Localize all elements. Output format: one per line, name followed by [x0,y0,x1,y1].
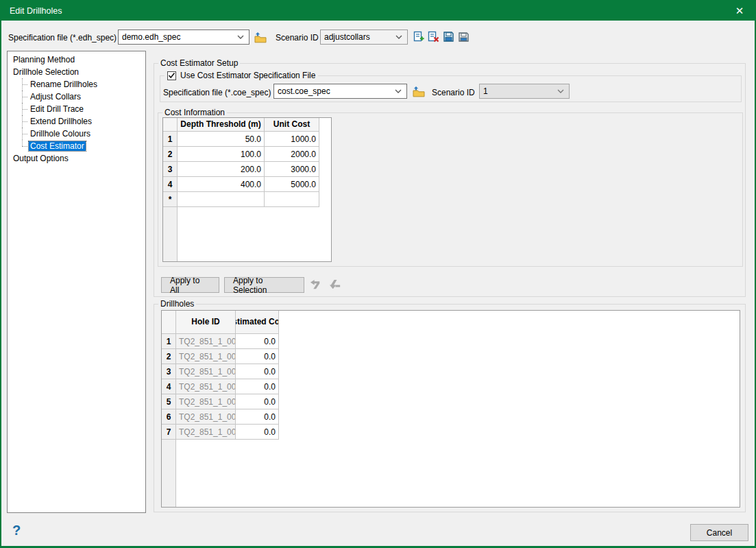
unit-cost-cell[interactable]: 3000.0 [265,162,319,177]
hole-id-cell[interactable]: TQ2_851_1_006 [176,409,236,425]
apply-to-selection-button[interactable]: Apply to Selection [224,277,304,293]
row-header[interactable]: 2 [162,349,176,364]
scenario-id-dropdown[interactable]: adjustcollars [320,29,408,45]
row-header[interactable]: 5 [162,394,176,409]
tree-item[interactable]: Planning Method [8,53,145,66]
browse-folder-icon[interactable] [253,30,267,44]
delete-scenario-icon[interactable] [428,31,439,43]
apply-up-arrow-icon[interactable] [309,278,323,291]
hole-id-cell[interactable]: TQ2_851_1_007 [176,425,236,440]
help-icon[interactable]: ? [12,523,21,538]
tree-item-label: Drillhole Selection [12,67,80,77]
estimated-cost-cell[interactable]: 0.0 [236,425,279,440]
table-row: 7 TQ2_851_1_007 0.0 [162,425,740,440]
table-row: 6 TQ2_851_1_006 0.0 [162,409,740,425]
estimated-cost-cell[interactable]: 0.0 [236,349,279,364]
depth-threshold-cell[interactable]: 200.0 [178,162,265,177]
add-scenario-icon[interactable] [413,31,425,43]
tree-item[interactable]: Cost Estimator [8,140,145,152]
depth-threshold-cell[interactable]: 100.0 [178,147,265,162]
row-header-strip [163,207,178,261]
row-header[interactable]: 6 [162,409,176,425]
tree-item[interactable]: Extend Drillholes [8,115,145,128]
table-row: 3 TQ2_851_1_003 0.0 [162,364,740,379]
apply-to-all-label: Apply to All [170,276,210,295]
cancel-button[interactable]: Cancel [690,524,748,541]
estimated-cost-cell[interactable]: 0.0 [236,394,279,409]
hole-id-cell[interactable]: TQ2_851_1_004 [176,379,236,394]
use-cost-estimator-caption: Use Cost Estimator Specification File [164,70,318,81]
coe-spec-file-value: cost.coe_spec [278,86,330,96]
spec-file-dropdown[interactable]: demo.edh_spec [118,29,249,45]
row-header[interactable]: 3 [163,162,178,177]
row-header[interactable]: 1 [162,334,176,349]
chevron-down-icon [390,89,406,93]
coe-spec-file-dropdown[interactable]: cost.coe_spec [273,84,407,99]
tree-item[interactable]: Edit Drill Trace [8,103,145,115]
table-header-row: Hole ID Estimated Cost [162,311,740,334]
hole-id-cell[interactable]: TQ2_851_1_002 [176,349,236,364]
table-row: * [163,192,331,207]
use-cost-estimator-checkbox[interactable] [167,71,176,80]
tree-item-label: Extend Drillholes [29,117,93,126]
chevron-down-icon [232,35,249,39]
row-header[interactable]: 1 [163,132,178,147]
save-as-icon[interactable] [458,31,470,43]
coe-scenario-id-label: Scenario ID [432,88,475,97]
table-row: 2 TQ2_851_1_002 0.0 [162,349,740,364]
table-row: 4 400.0 5000.0 [163,177,331,192]
apply-down-arrow-icon[interactable] [328,278,342,291]
hole-id-cell[interactable]: TQ2_851_1_005 [176,394,236,409]
estimated-cost-cell[interactable]: 0.0 [236,409,279,425]
depth-threshold-cell[interactable]: 400.0 [178,177,265,192]
row-header[interactable]: 7 [162,425,176,440]
group-title: Drillholes [158,299,196,309]
tree-connector [22,84,27,85]
coe-browse-folder-icon[interactable] [411,84,426,98]
unit-cost-header[interactable]: Unit Cost [265,118,319,132]
tree-item[interactable]: Output Options [8,152,145,165]
unit-cost-cell[interactable]: 5000.0 [265,177,319,192]
coe-scenario-id-value: 1 [483,86,488,96]
estimated-cost-header[interactable]: Estimated Cost [236,311,279,334]
close-icon[interactable]: ✕ [724,1,755,21]
row-header[interactable]: 4 [162,379,176,394]
cost-information-table: Depth Threshold (m) Unit Cost 1 50.0 100… [162,117,332,262]
row-header[interactable]: * [163,192,178,207]
tree-connector [22,140,23,146]
table-row: 1 50.0 1000.0 [163,132,331,147]
tree-item[interactable]: Rename Drillholes [8,78,145,91]
estimated-cost-cell[interactable]: 0.0 [236,364,279,379]
row-header[interactable]: 2 [163,147,178,162]
group-title: Cost Information [162,108,227,117]
hole-id-cell[interactable]: TQ2_851_1_003 [176,364,236,379]
unit-cost-cell[interactable] [265,192,319,207]
tree-item[interactable]: Drillhole Colours [8,128,145,140]
tree-connector [22,134,27,134]
save-icon[interactable] [443,31,454,43]
apply-to-all-button[interactable]: Apply to All [161,277,219,293]
unit-cost-cell[interactable]: 1000.0 [265,132,319,147]
estimated-cost-cell[interactable]: 0.0 [236,334,279,349]
table-row: 1 TQ2_851_1_001 0.0 [162,334,740,349]
hole-id-cell[interactable]: TQ2_851_1_001 [176,334,236,349]
coe-scenario-id-dropdown[interactable]: 1 [479,84,570,99]
estimated-cost-cell[interactable]: 0.0 [236,379,279,394]
tree-item-label: Output Options [12,154,70,163]
hole-id-header[interactable]: Hole ID [176,311,236,334]
depth-threshold-header[interactable]: Depth Threshold (m) [178,118,265,132]
tree-item-label: Cost Estimator [29,141,86,151]
tree-connector [22,121,27,122]
chevron-down-icon [391,35,407,39]
tree-item[interactable]: Drillhole Selection [8,66,145,78]
unit-cost-cell[interactable]: 2000.0 [265,147,319,162]
use-cost-estimator-label: Use Cost Estimator Specification File [180,71,315,80]
row-header[interactable]: 4 [163,177,178,192]
tree-item-label: Adjust Collars [29,92,82,102]
depth-threshold-cell[interactable]: 50.0 [178,132,265,147]
depth-threshold-cell[interactable] [178,192,265,207]
table-row: 3 200.0 3000.0 [163,162,331,177]
tree-item[interactable]: Adjust Collars [8,91,145,103]
row-header[interactable]: 3 [162,364,176,379]
scenario-id-label: Scenario ID [276,33,319,43]
